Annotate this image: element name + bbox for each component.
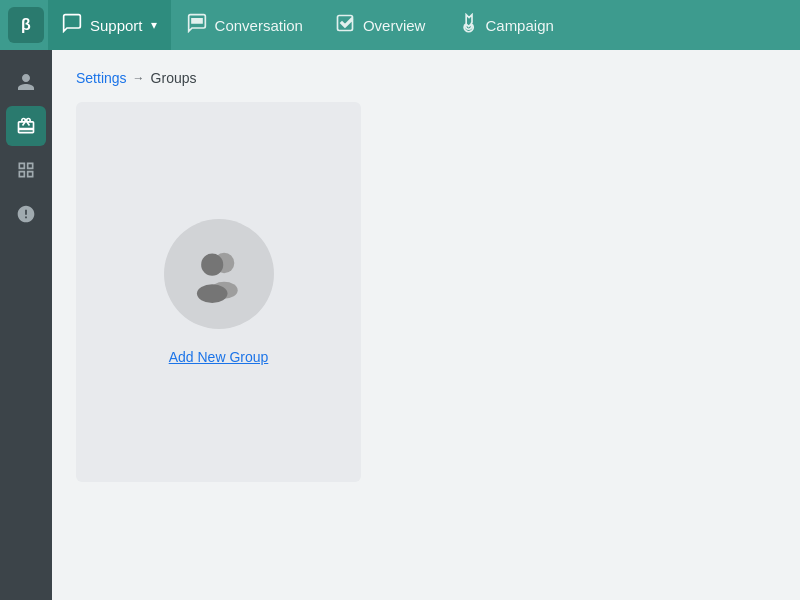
sidebar-item-contacts[interactable] (6, 62, 46, 102)
conversation-tab-label: Conversation (215, 17, 303, 34)
brand-logo: β (8, 7, 44, 43)
people-icon (185, 240, 253, 308)
chat-icon (62, 13, 82, 37)
top-navigation: β Support ▾ Conversation Overview (0, 0, 800, 50)
campaign-tab-label: Campaign (485, 17, 553, 34)
conversation-icon (187, 13, 207, 37)
main-layout: Settings → Groups Add New Group (0, 50, 800, 600)
add-new-group-link[interactable]: Add New Group (169, 349, 269, 365)
chevron-down-icon: ▾ (151, 18, 157, 32)
support-tab-label: Support (90, 17, 143, 34)
overview-icon (335, 13, 355, 37)
breadcrumb-separator: → (133, 71, 145, 85)
breadcrumb-current: Groups (151, 70, 197, 86)
tab-campaign[interactable]: Campaign (441, 0, 569, 50)
overview-tab-label: Overview (363, 17, 426, 34)
group-icon-circle (164, 219, 274, 329)
campaign-icon (457, 13, 477, 37)
sidebar-item-assignments[interactable] (6, 106, 46, 146)
sidebar-item-reports[interactable] (6, 150, 46, 190)
groups-card: Add New Group (76, 102, 361, 482)
sidebar (0, 50, 52, 600)
svg-point-2 (201, 254, 223, 276)
sidebar-item-alerts[interactable] (6, 194, 46, 234)
content-area: Settings → Groups Add New Group (52, 50, 800, 600)
tab-conversation[interactable]: Conversation (171, 0, 319, 50)
breadcrumb-settings-link[interactable]: Settings (76, 70, 127, 86)
svg-point-3 (196, 284, 227, 303)
breadcrumb: Settings → Groups (76, 70, 776, 86)
tab-overview[interactable]: Overview (319, 0, 442, 50)
tab-support[interactable]: Support ▾ (48, 0, 171, 50)
